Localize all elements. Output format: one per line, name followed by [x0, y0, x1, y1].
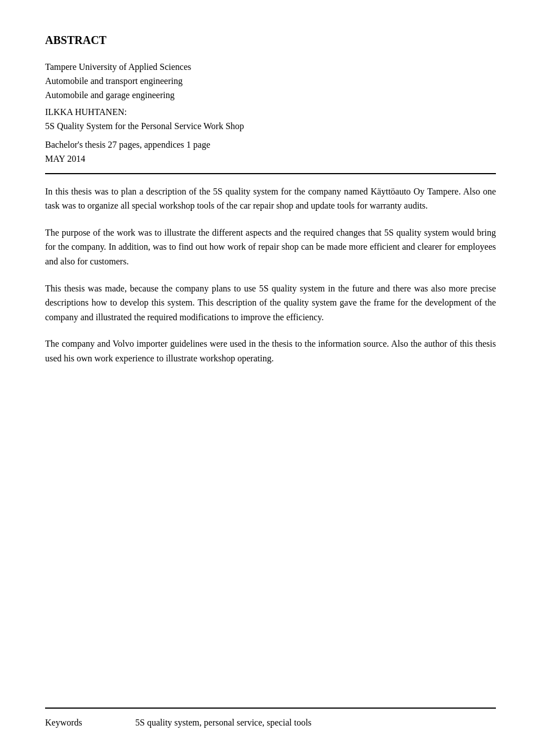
- institution-line3: Automobile and garage engineering: [45, 89, 496, 103]
- keywords-row: Keywords 5S quality system, personal ser…: [45, 718, 496, 728]
- page: ABSTRACT Tampere University of Applied S…: [0, 0, 541, 756]
- author-block: ILKKA HUHTANEN: 5S Quality System for th…: [45, 105, 496, 134]
- main-content: ABSTRACT Tampere University of Applied S…: [45, 34, 496, 435]
- keywords-section: Keywords 5S quality system, personal ser…: [45, 708, 496, 728]
- author-title: 5S Quality System for the Personal Servi…: [45, 120, 496, 134]
- thesis-info-block: Bachelor's thesis 27 pages, appendices 1…: [45, 138, 496, 166]
- institution-line1: Tampere University of Applied Sciences: [45, 60, 496, 74]
- abstract-heading: ABSTRACT: [45, 34, 496, 47]
- keywords-label: Keywords: [45, 718, 135, 728]
- institution-line2: Automobile and transport engineering: [45, 74, 496, 89]
- bottom-divider: [45, 708, 496, 709]
- paragraph-4: The company and Volvo importer guideline…: [45, 337, 496, 365]
- author-label: ILKKA HUHTANEN:: [45, 105, 496, 120]
- thesis-date: MAY 2014: [45, 152, 496, 166]
- keywords-value: 5S quality system, personal service, spe…: [135, 718, 496, 728]
- paragraph-1: In this thesis was to plan a description…: [45, 184, 496, 213]
- paragraph-3: This thesis was made, because the compan…: [45, 281, 496, 325]
- paragraph-2: The purpose of the work was to illustrat…: [45, 226, 496, 269]
- top-divider: [45, 173, 496, 174]
- thesis-pages: Bachelor's thesis 27 pages, appendices 1…: [45, 138, 496, 152]
- institution-block: Tampere University of Applied Sciences A…: [45, 60, 496, 102]
